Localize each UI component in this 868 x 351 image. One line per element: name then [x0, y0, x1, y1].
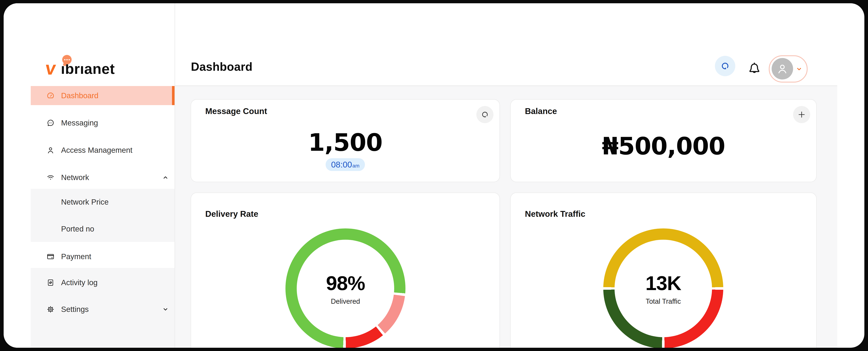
balance-value: ₦500,000 — [511, 132, 816, 160]
sidebar-item-settings[interactable]: Settings — [31, 300, 175, 319]
chat-bubble-icon — [46, 119, 55, 127]
sidebar-item-activity-log[interactable]: Activity log — [31, 273, 175, 292]
sidebar-item-label: Settings — [61, 305, 89, 314]
chevron-down-icon[interactable] — [162, 306, 169, 313]
refresh-icon — [480, 110, 489, 119]
balance-card: Balance ₦500,000 — [510, 99, 817, 182]
page-title: Dashboard — [191, 60, 252, 74]
network-traffic-donut-chart: 13K Total Traffic — [603, 228, 723, 348]
sidebar: v ıbrıanet Dashboard — [4, 3, 175, 348]
logo-wordmark: ıbrıanet — [61, 62, 115, 76]
time-value: 08:00 — [331, 160, 352, 169]
chevron-up-icon[interactable] — [162, 174, 169, 181]
donut-center: 98% Delivered — [297, 240, 394, 337]
network-traffic-value: 13K — [646, 271, 681, 295]
card-title: Network Traffic — [525, 209, 585, 219]
network-traffic-card: Network Traffic 13K Total Traffic — [510, 193, 817, 348]
wifi-icon — [46, 173, 55, 182]
speech-bubble-dots-icon — [62, 55, 72, 64]
header-refresh-button[interactable] — [715, 56, 735, 76]
add-funds-button[interactable] — [793, 106, 810, 123]
screenshot-root: { "brand": { "logo_v": "v", "logo_rest":… — [0, 0, 868, 351]
logo-v-mark: v — [45, 61, 57, 76]
sidebar-item-access-management[interactable]: Access Management — [31, 141, 175, 160]
sidebar-subitem-label: Network Price — [61, 198, 108, 206]
time-suffix: am — [352, 163, 360, 168]
sidebar-item-label: Access Management — [61, 146, 132, 154]
delivery-rate-donut-chart: 98% Delivered — [285, 228, 405, 348]
person-icon — [776, 62, 789, 75]
sidebar-item-messaging[interactable]: Messaging — [31, 113, 175, 133]
bell-icon[interactable] — [747, 61, 762, 77]
plus-icon — [797, 110, 806, 119]
refresh-button[interactable] — [476, 106, 493, 123]
activity-log-icon — [46, 279, 55, 287]
person-icon — [46, 146, 55, 154]
delivery-rate-value: 98% — [326, 271, 365, 295]
sidebar-item-label: Payment — [61, 252, 91, 261]
sidebar-item-network-price[interactable]: Network Price — [31, 193, 175, 211]
donut-center: 13K Total Traffic — [615, 240, 712, 337]
sidebar-item-label: Network — [61, 173, 89, 182]
sidebar-item-payment[interactable]: Payment — [31, 247, 175, 266]
account-menu-button[interactable] — [769, 55, 808, 83]
card-title: Message Count — [205, 106, 267, 116]
sidebar-item-label: Messaging — [61, 119, 98, 127]
sidebar-item-label: Dashboard — [61, 91, 98, 100]
card-title: Delivery Rate — [205, 209, 258, 219]
sidebar-item-dashboard[interactable]: Dashboard — [31, 86, 175, 105]
refresh-icon — [720, 61, 730, 71]
brand-logo: v ıbrıanet — [45, 56, 115, 76]
sidebar-item-network[interactable]: Network — [31, 168, 175, 187]
chevron-down-icon — [796, 65, 803, 72]
delivery-rate-label: Delivered — [331, 297, 360, 305]
header-divider — [175, 86, 837, 86]
avatar — [772, 58, 793, 80]
gear-icon — [46, 305, 55, 314]
card-title: Balance — [525, 106, 557, 116]
network-traffic-label: Total Traffic — [646, 297, 681, 305]
credit-card-icon — [46, 253, 55, 261]
time-badge: 08:00 am — [326, 158, 365, 171]
sidebar-item-label: Activity log — [61, 278, 98, 287]
app-window: v ıbrıanet Dashboard — [4, 3, 864, 348]
sidebar-subitem-label: Ported no — [61, 225, 94, 233]
delivery-rate-card: Delivery Rate 98% Delivered — [190, 193, 500, 348]
message-count-card: Message Count 1,500 08:00 am — [190, 99, 500, 182]
message-count-value: 1,500 — [191, 128, 499, 156]
sidebar-item-ported-no[interactable]: Ported no — [31, 219, 175, 238]
speedometer-icon — [46, 91, 55, 100]
